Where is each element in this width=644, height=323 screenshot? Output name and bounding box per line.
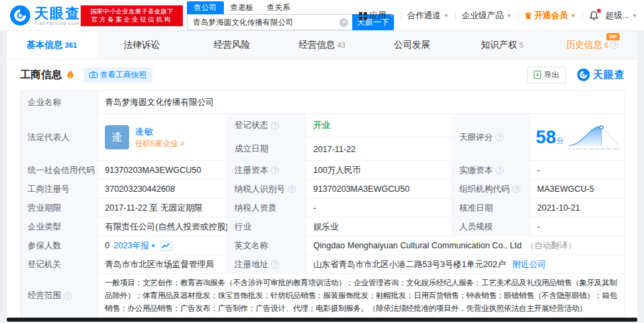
tab-company-development[interactable]: 公司发展 [367,31,457,59]
field-label: 成立日期 [228,137,307,161]
help-icon[interactable]: ? [495,166,504,174]
field-label: 参保人数 [21,236,98,255]
field-label: 企业名称 [21,91,98,114]
notifications-bell-icon[interactable] [589,11,599,21]
badge-line2: 官方备案企业征信机构 [81,15,183,24]
field-label: 天眼评分? [452,114,530,161]
menu-partner-channel[interactable]: 合作通道▼ [407,10,449,22]
field-label: 营业期限 [21,199,98,217]
tianyancha-eye-icon [577,68,590,81]
legal-rep-positions-link[interactable]: 任职5家企业 > [135,140,185,148]
field-value: 91370203MA3EWGCU50 [98,161,228,180]
score-unit: 分 [557,136,564,146]
legal-rep-cell: 逄 逄敏 任职5家企业 > [98,114,228,161]
help-icon[interactable]: ? [271,260,279,268]
help-icon[interactable]: ? [288,185,296,193]
tianyan-score-cell[interactable]: 58 分 [530,114,625,161]
tab-legal-proceedings[interactable]: 法律诉讼 [97,31,187,59]
field-value: - [530,217,625,236]
menu-enterprise-products[interactable]: 企业级产品▼ [462,10,512,22]
business-snapshot-button[interactable]: 查看工商快照 [83,67,153,83]
score-value: 58 [536,129,556,147]
search-tab-relation[interactable]: 查关系 [260,1,297,14]
menu-divider [518,11,518,20]
field-value: - [307,199,452,217]
legal-rep-avatar[interactable]: 逄 [105,125,129,149]
table-row-legal-rep: 法定代表人 逄 逄敏 任职5家企业 > 登记状态? 开业 成立日期 2017-1… [21,114,625,161]
tab-business-info[interactable]: 经营信息43 [277,31,367,59]
table-row: 工商注册号 370203230442608 纳税人识别号? 91370203MA… [21,180,625,199]
help-icon[interactable]: ? [64,292,72,300]
chevron-down-icon: ▼ [151,243,156,249]
chevron-down-icon: ▼ [506,13,512,19]
field-label: 核准日期 [452,199,530,217]
field-label: 行业 [228,217,307,236]
tab-business-risk[interactable]: 经营风险 [187,31,277,59]
chevron-down-icon: ▼ [571,13,576,19]
search-tab-boss[interactable]: 查老板 [224,1,261,14]
top-menu: 应用▼ 合作通道▼ 企业级产品▼ ♛ 开通会员▼ 超级...▼ [359,10,637,22]
help-icon[interactable]: ? [271,166,279,174]
chevron-down-icon: ▼ [389,13,395,19]
clear-search-icon[interactable]: × [339,18,348,27]
field-value: 2017-11-22 至 无固定期限 [98,199,228,217]
export-icon [534,71,541,79]
nearby-companies-link[interactable]: 附近公司 [512,259,546,271]
section-header: 工商信息 查看工商快照 导出 [7,59,637,90]
help-icon[interactable]: ? [271,122,279,130]
help-icon[interactable]: ? [495,133,504,141]
field-value: - [530,161,625,180]
registration-status-value: 开业 [307,114,452,137]
field-label: 人员规模 [452,217,530,236]
logo-subtext: TianYanCha.com [34,21,81,26]
table-row-insured: 参保人数 0 2023年报 ▼ 英文名称 Qingdao Menghaiyuan… [21,236,625,255]
field-value: 370203230442608 [98,180,228,199]
tab-intellectual-property[interactable]: 知识产权5 [457,31,547,59]
top-header: 天眼查 TianYanCha.com 国家中小企业发展子基金旗下 官方备案企业征… [0,0,644,31]
badge-line1: 国家中小企业发展子基金旗下 [81,7,183,15]
status-date-column: 登记状态? 开业 成立日期 2017-11-22 [228,114,452,160]
search-tab-company[interactable]: 查公司 [187,1,224,14]
tianyancha-logo[interactable]: 天眼查 TianYanCha.com [9,5,81,26]
chevron-down-icon: ▼ [444,13,449,19]
annual-report-link[interactable]: 2023年报 [114,240,149,252]
field-label: 注册地址? [228,255,307,274]
logo-text: 天眼查 [34,6,81,21]
crown-icon: ♛ [524,11,532,21]
tianyancha-eye-icon [9,5,31,26]
menu-divider [401,11,401,20]
vip-badge: VIP [606,33,620,40]
company-tabbar: 基本信息361 法律诉讼 经营风险 经营信息43 公司发展 知识产权5 VIP … [7,31,637,59]
flame-icon [67,70,74,79]
menu-open-vip[interactable]: ♛ 开通会员▼ [524,10,576,22]
business-scope-value: 一般项目：文艺创作；教育咨询服务（不含涉许可审批的教育培训活动）；企业管理咨询；… [98,274,625,318]
table-row: 企业类型 有限责任公司(自然人投资或控股) 行业 娱乐业 人员规模 - [21,217,625,236]
address-cell: 山东省青岛市市北区小港二路53号3号楼1单元202户 附近公司 [307,255,625,274]
table-row: 营业期限 2017-11-22 至 无固定期限 纳税人资质 - 核准日期 202… [21,199,625,217]
tab-history-info[interactable]: VIP 历史信息6 ? [547,31,637,59]
table-row: 统一社会信用代码? 91370203MA3EWGCU50 注册资本? 100万人… [21,161,625,180]
tab-basic-info[interactable]: 基本信息361 [7,31,97,59]
field-label: 登记机关 [21,255,98,274]
main-card: 基本信息361 法律诉讼 经营风险 经营信息43 公司发展 知识产权5 VIP … [7,31,637,318]
table-row-business-scope: 经营范围? 一般项目：文艺创作；教育咨询服务（不含涉许可审批的教育培训活动）；企… [21,274,625,318]
score-distribution-chart: 0 1 3 5 10 30 50 70 90 100 [567,122,622,153]
apps-grid-icon [359,12,367,20]
section-title: 工商信息 [20,68,62,82]
auto-translate-note: （自动翻译） [526,240,576,252]
field-label: 英文名称 [228,236,307,255]
search-input[interactable] [187,14,352,30]
menu-apps[interactable]: 应用▼ [359,10,395,22]
camera-icon [89,71,97,78]
field-label: 工商注册号 [21,180,98,199]
field-value: 娱乐业 [307,217,452,236]
business-info-table: 企业名称 青岛梦海圆文化传播有限公司 法定代表人 逄 逄敏 任职5家企业 > 登… [20,90,625,318]
menu-super-vip[interactable]: 超级...▼ [606,10,637,22]
help-icon[interactable]: ? [512,185,520,193]
help-icon[interactable]: ? [610,41,618,49]
field-label: 统一社会信用代码? [21,161,98,180]
certification-badge: 国家中小企业发展子基金旗下 官方备案企业征信机构 [81,5,183,26]
export-button[interactable]: 导出 [527,67,566,83]
legal-rep-name-link[interactable]: 逄敏 [135,127,185,137]
insured-trend-chart-icon[interactable] [160,241,172,251]
